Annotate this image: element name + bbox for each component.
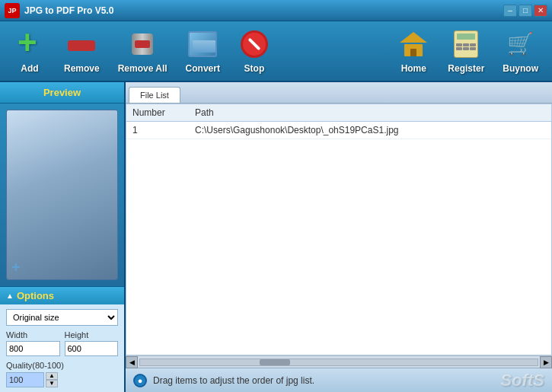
- convert-button[interactable]: Convert: [180, 24, 226, 78]
- convert-icon: [187, 28, 219, 60]
- home-label: Home: [401, 63, 426, 74]
- window-title: JPG to PDF Pro V5.0: [24, 5, 113, 16]
- quality-up-button[interactable]: ▲: [46, 372, 58, 380]
- status-text: Drag items to adjust the order of jpg li…: [153, 375, 314, 386]
- preview-title: Preview: [43, 87, 81, 98]
- remove-all-button[interactable]: Remove All: [112, 24, 174, 78]
- file-table: Number Path 1 C:\Users\Gagushonok\Deskto…: [126, 104, 552, 355]
- quality-label: Quality(80-100): [6, 361, 118, 370]
- options-title: Options: [17, 290, 54, 301]
- scroll-track[interactable]: [139, 359, 538, 366]
- col-header-path: Path: [195, 107, 551, 118]
- remove-all-label: Remove All: [118, 63, 168, 74]
- toolbar: Add Remove Remove All Convert Stop: [0, 21, 552, 82]
- right-panel: File List Number Path 1 C:\Users\Gagusho…: [126, 82, 552, 392]
- tab-bar: File List: [126, 82, 552, 104]
- scroll-right-button[interactable]: ▶: [540, 356, 552, 368]
- quality-down-button[interactable]: ▼: [46, 380, 58, 387]
- remove-button[interactable]: Remove: [58, 24, 106, 78]
- col-header-number: Number: [126, 107, 195, 118]
- options-header: ▲ Options: [0, 287, 124, 304]
- remove-label: Remove: [64, 63, 100, 74]
- remove-all-icon: [126, 28, 158, 60]
- status-icon: ●: [133, 374, 147, 387]
- options-body: Original size Custom A4 Letter Width Hei…: [0, 304, 124, 392]
- tab-filelist[interactable]: File List: [129, 87, 180, 103]
- horizontal-scrollbar[interactable]: ◀ ▶: [126, 355, 552, 368]
- add-button[interactable]: Add: [8, 24, 52, 78]
- home-icon: [397, 28, 429, 60]
- stop-button[interactable]: Stop: [232, 24, 276, 78]
- buynow-button[interactable]: 🛒 Buynow: [496, 24, 544, 78]
- preview-plus-icon: +: [11, 259, 21, 276]
- close-button[interactable]: ✕: [534, 5, 547, 17]
- register-icon: [450, 28, 482, 60]
- row-number: 1: [126, 125, 195, 135]
- row-path: C:\Users\Gagushonok\Desktop\_ohS19PCaS1.…: [195, 125, 551, 135]
- size-select[interactable]: Original size Custom A4 Letter: [6, 309, 118, 326]
- preview-header: Preview: [0, 82, 124, 104]
- main-content: Preview + ▲ Options Original size Custom…: [0, 82, 552, 392]
- preview-image: [7, 110, 117, 279]
- stop-label: Stop: [244, 63, 265, 74]
- watermark: SoftS: [501, 371, 544, 390]
- quality-input-row: ▲ ▼: [6, 372, 118, 387]
- home-button[interactable]: Home: [391, 24, 436, 78]
- status-bar: ● Drag items to adjust the order of jpg …: [126, 368, 552, 392]
- register-label: Register: [448, 63, 484, 74]
- height-col: Height: [65, 330, 119, 356]
- dimensions-row: Width Height: [6, 330, 118, 356]
- size-select-wrap: Original size Custom A4 Letter: [6, 309, 118, 326]
- width-input[interactable]: [6, 341, 60, 356]
- convert-label: Convert: [186, 63, 220, 74]
- title-bar: JP JPG to PDF Pro V5.0 – □ ✕: [0, 0, 552, 21]
- height-label: Height: [65, 330, 119, 339]
- window-controls: – □ ✕: [503, 5, 547, 17]
- app-icon: JP: [5, 3, 20, 18]
- preview-area: +: [6, 110, 118, 280]
- quality-input[interactable]: [6, 372, 44, 387]
- minimize-button[interactable]: –: [503, 5, 517, 17]
- options-section: ▲ Options: [0, 286, 124, 304]
- title-bar-left: JP JPG to PDF Pro V5.0: [5, 3, 113, 18]
- table-row: 1 C:\Users\Gagushonok\Desktop\_ohS19PCaS…: [126, 122, 551, 139]
- scroll-left-button[interactable]: ◀: [126, 356, 138, 368]
- left-panel: Preview + ▲ Options Original size Custom…: [0, 82, 126, 392]
- register-button[interactable]: Register: [442, 24, 490, 78]
- width-col: Width: [6, 330, 60, 356]
- stop-icon: [238, 28, 270, 60]
- height-input[interactable]: [65, 341, 119, 356]
- options-arrow-icon: ▲: [6, 292, 14, 300]
- remove-icon: [65, 28, 97, 60]
- maximize-button[interactable]: □: [518, 5, 532, 17]
- width-label: Width: [6, 330, 60, 339]
- scroll-thumb[interactable]: [260, 359, 290, 365]
- buynow-label: Buynow: [503, 63, 538, 74]
- add-icon: [14, 28, 46, 60]
- table-header: Number Path: [126, 104, 551, 122]
- add-label: Add: [21, 63, 38, 74]
- quality-spinner: ▲ ▼: [46, 372, 58, 387]
- buynow-icon: 🛒: [505, 28, 537, 60]
